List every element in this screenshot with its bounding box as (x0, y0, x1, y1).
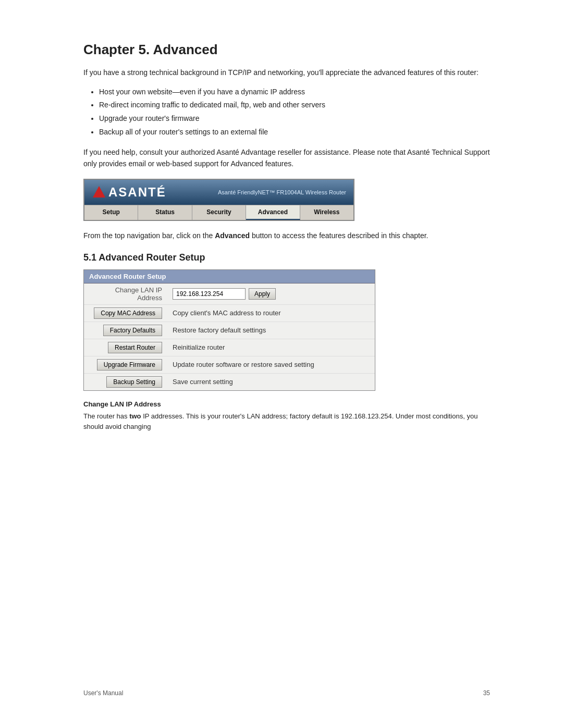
bullet-3: Upgrade your router's firmware (99, 113, 490, 125)
bold-two: two (129, 412, 141, 420)
from-nav-paragraph: From the top navigation bar, click on th… (83, 230, 490, 242)
page-footer: User's Manual 35 (83, 689, 490, 697)
setup-box-title: Advanced Router Setup (84, 270, 375, 283)
restart-router-btn-cell: Restart Router (84, 339, 167, 356)
help-paragraph: If you need help, consult your authorize… (83, 147, 490, 169)
footer-right: 35 (483, 689, 490, 697)
router-ui-mockup: ASANTÉ Asanté FriendlyNET™ FR1004AL Wire… (83, 179, 354, 221)
row-backup-setting: Backup Setting Save current setting (84, 373, 375, 390)
factory-defaults-desc: Restore factory default settings (167, 322, 375, 339)
upgrade-firmware-desc: Update router software or restore saved … (167, 356, 375, 373)
chapter-title: Chapter 5. Advanced (83, 42, 490, 58)
copy-mac-btn-cell: Copy MAC Address (84, 304, 167, 322)
section-51-title: 5.1 Advanced Router Setup (83, 252, 490, 263)
row-upgrade-firmware: Upgrade Firmware Update router software … (84, 356, 375, 373)
bullet-2: Re-direct incoming traffic to dedicated … (99, 99, 490, 112)
copy-mac-desc: Copy client's MAC address to router (167, 304, 375, 322)
restart-router-desc: Reinitialize router (167, 339, 375, 356)
lan-ip-input[interactable] (173, 288, 246, 300)
restart-router-button[interactable]: Restart Router (108, 342, 162, 353)
svg-marker-0 (93, 186, 105, 198)
change-lan-section: Change LAN IP Address The router has two… (83, 400, 490, 432)
nav-status[interactable]: Status (138, 205, 192, 220)
nav-setup[interactable]: Setup (84, 205, 138, 220)
advanced-router-setup-box: Advanced Router Setup Change LAN IP Addr… (83, 269, 375, 391)
setup-table: Change LAN IP Address Apply Copy MAC Add… (84, 283, 375, 390)
change-lan-title: Change LAN IP Address (83, 400, 490, 408)
lan-ip-input-cell: Apply (167, 283, 375, 305)
row-factory-defaults: Factory Defaults Restore factory default… (84, 322, 375, 339)
bullet-4: Backup all of your router's settings to … (99, 126, 490, 139)
bullet-1: Host your own website—even if you have a… (99, 86, 490, 98)
lan-ip-label: Change LAN IP Address (84, 283, 167, 305)
logo-text: ASANTÉ (108, 185, 166, 200)
upgrade-firmware-button[interactable]: Upgrade Firmware (97, 359, 162, 371)
router-header: ASANTÉ Asanté FriendlyNET™ FR1004AL Wire… (84, 180, 353, 205)
apply-button[interactable]: Apply (249, 288, 276, 300)
row-lan-ip: Change LAN IP Address Apply (84, 283, 375, 305)
nav-security[interactable]: Security (192, 205, 246, 220)
row-copy-mac: Copy MAC Address Copy client's MAC addre… (84, 304, 375, 322)
backup-setting-button[interactable]: Backup Setting (106, 376, 162, 388)
row-restart-router: Restart Router Reinitialize router (84, 339, 375, 356)
router-model-text: Asanté FriendlyNET™ FR1004AL Wireless Ro… (218, 189, 346, 195)
footer-left: User's Manual (83, 689, 123, 697)
router-logo: ASANTÉ (92, 185, 166, 200)
backup-setting-btn-cell: Backup Setting (84, 373, 167, 390)
factory-defaults-button[interactable]: Factory Defaults (103, 325, 162, 336)
nav-advanced[interactable]: Advanced (246, 205, 300, 220)
factory-defaults-btn-cell: Factory Defaults (84, 322, 167, 339)
copy-mac-button[interactable]: Copy MAC Address (94, 307, 162, 319)
backup-setting-desc: Save current setting (167, 373, 375, 390)
nav-wireless[interactable]: Wireless (300, 205, 353, 220)
upgrade-firmware-btn-cell: Upgrade Firmware (84, 356, 167, 373)
intro-paragraph-1: If you have a strong technical backgroun… (83, 67, 490, 79)
router-nav-bar: Setup Status Security Advanced Wireless (84, 205, 353, 220)
asante-logo-icon (92, 185, 106, 200)
change-lan-text: The router has two IP addresses. This is… (83, 411, 490, 432)
feature-list: Host your own website—even if you have a… (99, 86, 490, 139)
